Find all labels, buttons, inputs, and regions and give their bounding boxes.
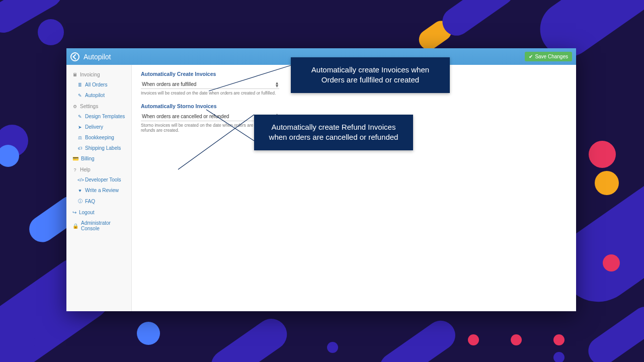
bg-blob xyxy=(374,315,461,362)
nav-group-label: Help xyxy=(80,167,91,172)
app-header: Autopilot ✔ Save Changes xyxy=(66,48,576,65)
sidebar-item-label: Billing xyxy=(81,156,95,161)
chevron-updown-icon: ▴▾ xyxy=(276,113,278,119)
info-icon: ⓘ xyxy=(77,198,83,205)
bg-blob xyxy=(553,352,565,362)
select-value: When orders are fulfilled xyxy=(142,81,196,87)
card-icon: 💳 xyxy=(72,156,78,161)
sidebar-item-label: Bookkeeping xyxy=(85,135,114,140)
nav-group-label: Invoicing xyxy=(80,72,100,77)
sidebar: 🖩 Invoicing ≣ All Orders ✎ Autopilot ⚙ S… xyxy=(66,65,132,311)
check-icon: ✔ xyxy=(529,54,533,59)
sidebar-item-all-orders[interactable]: ≣ All Orders xyxy=(66,79,131,90)
bg-blob xyxy=(205,313,293,362)
bg-blob xyxy=(38,19,64,45)
bg-blob xyxy=(15,332,35,352)
sidebar-item-label: Design Templates xyxy=(85,114,125,119)
sidebar-item-shipping-labels[interactable]: 🏷 Shipping Labels xyxy=(66,143,131,153)
sidebar-item-delivery[interactable]: ➤ Delivery xyxy=(66,122,131,132)
logout-icon: ↪ xyxy=(72,210,76,215)
help-text-storno: Storno invoices will be created on the d… xyxy=(141,123,307,133)
nav-group-invoicing: 🖩 Invoicing xyxy=(66,69,131,79)
app-window: Autopilot ✔ Save Changes 🖩 Invoicing ≣ A… xyxy=(66,48,576,311)
section-title-storno: Automatically Storno Invoices xyxy=(141,103,567,109)
sidebar-item-label: Autopilot xyxy=(85,93,105,98)
sidebar-item-faq[interactable]: ⓘ FAQ xyxy=(66,196,131,207)
magic-icon: ✎ xyxy=(77,93,83,98)
select-value: When orders are cancelled or refunded xyxy=(142,114,229,119)
lock-icon: 🔒 xyxy=(72,223,78,229)
sidebar-item-label: FAQ xyxy=(85,199,95,204)
sidebar-item-admin-console[interactable]: 🔒 Administrator Console xyxy=(66,218,131,234)
bg-blob xyxy=(603,254,620,272)
sidebar-item-autopilot[interactable]: ✎ Autopilot xyxy=(66,90,131,101)
select-create-invoices[interactable]: When orders are fulfilled ▴▾ xyxy=(141,80,279,89)
send-icon: ➤ xyxy=(77,125,83,130)
section-title-create: Automatically Create Invoices xyxy=(141,71,567,77)
help-text-create: Invoices will be created on the date whe… xyxy=(141,90,307,96)
save-button-label: Save Changes xyxy=(535,54,568,59)
sidebar-item-label: Developer Tools xyxy=(85,177,121,183)
bg-blob xyxy=(595,171,619,195)
nav-group-settings: ⚙ Settings xyxy=(66,101,131,111)
bg-blob xyxy=(553,334,565,345)
tag-icon: 🏷 xyxy=(77,146,83,151)
sidebar-item-label: Administrator Console xyxy=(81,220,126,231)
select-storno-invoices[interactable]: When orders are cancelled or refunded ▴▾ xyxy=(141,112,279,121)
bg-blob xyxy=(583,301,644,362)
sidebar-item-logout[interactable]: ↪ Logout xyxy=(66,207,131,218)
bg-blob xyxy=(0,145,19,167)
calculator-icon: 🖩 xyxy=(72,72,77,77)
sidebar-item-label: All Orders xyxy=(85,82,107,87)
sidebar-item-label: Logout xyxy=(79,210,95,215)
nav-group-help: ? Help xyxy=(66,164,131,174)
list-icon: ≣ xyxy=(77,82,83,87)
bg-blob xyxy=(137,322,160,345)
sidebar-item-label: Write a Review xyxy=(85,188,119,193)
save-button[interactable]: ✔ Save Changes xyxy=(525,52,572,61)
sidebar-item-write-review[interactable]: ♥ Write a Review xyxy=(66,185,131,196)
bg-blob xyxy=(589,141,616,168)
nav-group-label: Settings xyxy=(80,104,98,109)
main-content: Automatically Create Invoices When order… xyxy=(132,65,576,311)
chevron-updown-icon: ▴▾ xyxy=(276,81,278,87)
balance-icon: ⚖ xyxy=(77,135,83,140)
page-title: Autopilot xyxy=(84,53,111,61)
back-icon[interactable] xyxy=(70,52,79,61)
sidebar-item-billing[interactable]: 💳 Billing xyxy=(66,153,131,164)
pencil-icon: ✎ xyxy=(77,114,83,119)
bg-blob xyxy=(327,342,338,353)
sidebar-item-bookkeeping[interactable]: ⚖ Bookkeeping xyxy=(66,132,131,143)
question-icon: ? xyxy=(72,167,77,172)
gear-icon: ⚙ xyxy=(72,104,77,109)
bg-blob xyxy=(511,334,522,345)
sidebar-item-label: Shipping Labels xyxy=(85,145,121,151)
bg-blob xyxy=(468,334,479,345)
sidebar-item-dev-tools[interactable]: </> Developer Tools xyxy=(66,174,131,185)
sidebar-item-design-templates[interactable]: ✎ Design Templates xyxy=(66,111,131,122)
heart-icon: ♥ xyxy=(77,188,83,193)
code-icon: </> xyxy=(77,177,83,183)
sidebar-item-label: Delivery xyxy=(85,124,103,130)
